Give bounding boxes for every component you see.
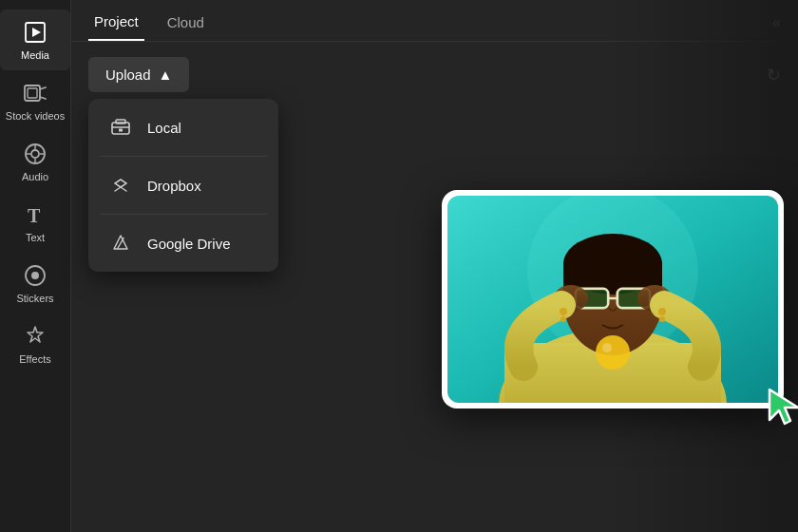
svg-point-7	[31, 150, 39, 158]
sidebar-label-effects: Effects	[19, 353, 50, 365]
preview-card	[442, 190, 784, 408]
dropdown-item-local[interactable]: Local	[88, 99, 278, 156]
sidebar-item-stock-videos[interactable]: Stock videos	[0, 70, 70, 131]
effects-icon	[22, 323, 48, 350]
upload-button[interactable]: Upload ▲	[88, 57, 189, 92]
upload-label: Upload	[105, 66, 151, 83]
local-label: Local	[147, 120, 181, 136]
media-icon	[22, 19, 48, 46]
upload-dropdown: Local Dropbox	[88, 99, 278, 272]
svg-rect-3	[28, 88, 37, 98]
text-icon: T	[22, 201, 48, 228]
sidebar-label-audio: Audio	[22, 171, 48, 182]
svg-line-5	[40, 97, 46, 99]
dropdown-item-gdrive[interactable]: Google Drive	[88, 215, 278, 272]
main-panel: Project Cloud « Upload ▲ ↻	[71, 0, 798, 532]
sidebar-item-stickers[interactable]: Stickers	[0, 253, 70, 314]
sidebar: Media Stock videos Audio	[0, 0, 71, 532]
svg-point-40	[658, 308, 666, 315]
svg-point-38	[560, 308, 567, 315]
svg-point-37	[602, 343, 612, 352]
svg-text:T: T	[28, 205, 41, 226]
sidebar-label-media: Media	[21, 49, 49, 61]
tab-project[interactable]: Project	[88, 13, 144, 41]
gdrive-label: Google Drive	[147, 236, 231, 252]
dropbox-icon	[109, 174, 132, 197]
svg-point-14	[31, 272, 39, 279]
dropdown-item-dropbox[interactable]: Dropbox	[88, 157, 278, 214]
cursor-arrow	[760, 380, 798, 428]
sidebar-label-stickers: Stickers	[16, 293, 53, 304]
svg-point-36	[596, 335, 630, 370]
sidebar-label-text: Text	[26, 232, 45, 243]
preview-image	[447, 196, 778, 403]
svg-rect-16	[116, 120, 125, 124]
upload-chevron-icon: ▲	[159, 66, 173, 83]
svg-point-41	[659, 316, 665, 322]
svg-rect-15	[112, 123, 129, 134]
sidebar-label-stock: Stock videos	[6, 110, 65, 122]
svg-marker-1	[32, 28, 41, 37]
upload-section: Upload ▲ ↻ Local	[71, 42, 798, 107]
collapse-chevron[interactable]: «	[772, 14, 781, 41]
dropbox-label: Dropbox	[147, 178, 201, 194]
sidebar-item-effects[interactable]: Effects	[0, 314, 70, 374]
sidebar-item-media[interactable]: Media	[0, 10, 70, 70]
svg-point-39	[560, 316, 566, 322]
audio-icon	[22, 141, 48, 167]
sidebar-item-text[interactable]: T Text	[0, 192, 70, 253]
svg-rect-18	[119, 129, 123, 132]
local-icon	[109, 116, 132, 139]
stickers-icon	[22, 262, 48, 289]
tabs-bar: Project Cloud «	[71, 0, 798, 42]
refresh-button[interactable]: ↻	[767, 65, 781, 86]
upload-area: Upload ▲ ↻	[71, 42, 798, 107]
svg-line-4	[40, 87, 46, 89]
tab-cloud[interactable]: Cloud	[162, 14, 210, 40]
stock-videos-icon	[22, 80, 48, 106]
sidebar-item-audio[interactable]: Audio	[0, 131, 70, 192]
gdrive-icon	[109, 232, 132, 255]
